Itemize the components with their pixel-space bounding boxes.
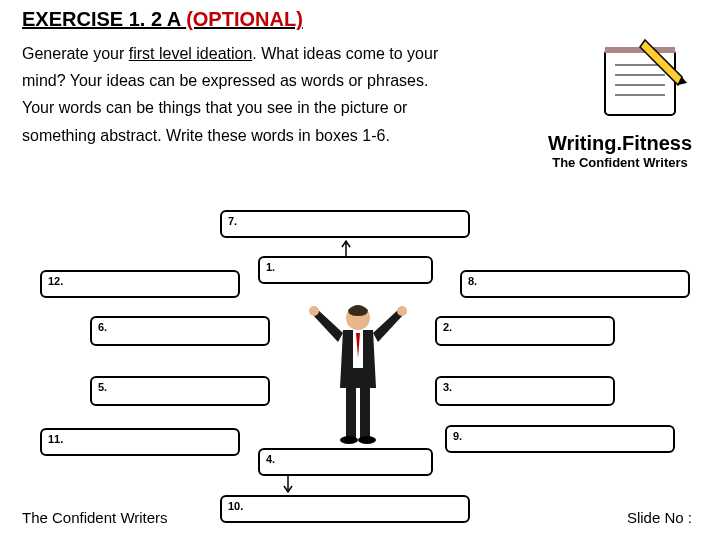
box-9[interactable]: 9.	[445, 425, 675, 453]
title-prefix: EXERCISE 1. 2 A	[22, 8, 186, 30]
box-7[interactable]: 7.	[220, 210, 470, 238]
box-6[interactable]: 6.	[90, 316, 270, 346]
box-1-label: 1.	[266, 261, 275, 273]
title-optional: (OPTIONAL)	[186, 8, 303, 30]
brand-subtitle: The Confident Writers	[540, 155, 700, 170]
svg-point-6	[309, 306, 319, 316]
svg-rect-8	[346, 388, 356, 438]
box-6-label: 6.	[98, 321, 107, 333]
notepad-icon	[590, 35, 690, 125]
box-1[interactable]: 1.	[258, 256, 433, 284]
box-12-label: 12.	[48, 275, 63, 287]
svg-point-7	[397, 306, 407, 316]
footer-left: The Confident Writers	[22, 509, 168, 526]
box-10[interactable]: 10.	[220, 495, 470, 523]
box-5[interactable]: 5.	[90, 376, 270, 406]
box-11-label: 11.	[48, 433, 63, 445]
box-10-label: 10.	[228, 500, 243, 512]
intro-text: Generate your first level ideation. What…	[22, 40, 462, 149]
arrow-up-icon	[340, 237, 352, 257]
box-9-label: 9.	[453, 430, 462, 442]
brand-block: Writing.Fitness The Confident Writers	[540, 132, 700, 170]
box-5-label: 5.	[98, 381, 107, 393]
box-11[interactable]: 11.	[40, 428, 240, 456]
box-3-label: 3.	[443, 381, 452, 393]
box-3[interactable]: 3.	[435, 376, 615, 406]
footer-slide-no: Slide No :	[627, 509, 692, 526]
brand-title: Writing.Fitness	[540, 132, 700, 155]
exercise-title: EXERCISE 1. 2 A (OPTIONAL)	[22, 8, 303, 31]
box-7-label: 7.	[228, 215, 237, 227]
svg-rect-9	[360, 388, 370, 438]
box-2-label: 2.	[443, 321, 452, 333]
intro-a: Generate your	[22, 45, 129, 62]
arrow-down-icon	[282, 476, 294, 496]
speaker-icon	[308, 298, 408, 448]
box-4[interactable]: 4.	[258, 448, 433, 476]
box-2[interactable]: 2.	[435, 316, 615, 346]
svg-point-10	[340, 436, 358, 444]
box-8-label: 8.	[468, 275, 477, 287]
box-12[interactable]: 12.	[40, 270, 240, 298]
svg-point-11	[358, 436, 376, 444]
box-8[interactable]: 8.	[460, 270, 690, 298]
intro-underline: first level ideation	[129, 45, 253, 62]
box-4-label: 4.	[266, 453, 275, 465]
